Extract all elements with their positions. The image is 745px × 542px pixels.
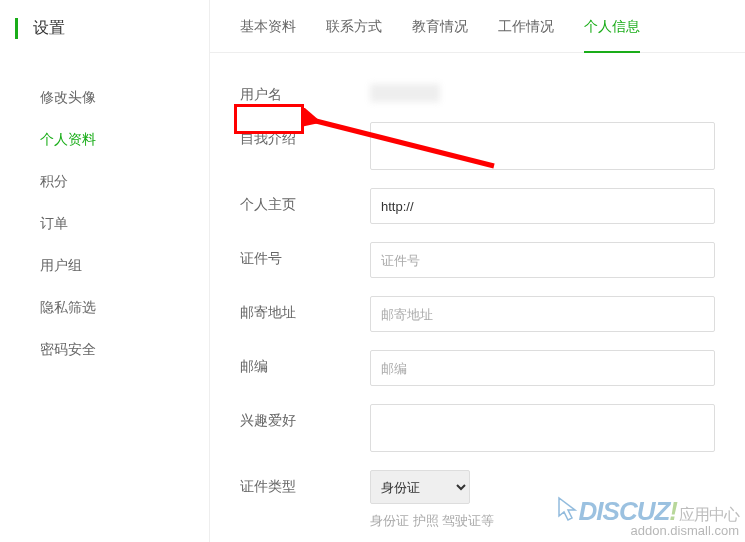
sidebar-item-avatar[interactable]: 修改头像 bbox=[0, 77, 209, 119]
tab-work[interactable]: 工作情况 bbox=[498, 18, 554, 52]
tab-basic[interactable]: 基本资料 bbox=[240, 18, 296, 52]
input-address[interactable] bbox=[370, 296, 715, 332]
sidebar-item-orders[interactable]: 订单 bbox=[0, 203, 209, 245]
input-zip[interactable] bbox=[370, 350, 715, 386]
select-idtype[interactable]: 身份证 bbox=[370, 470, 470, 504]
input-bio[interactable] bbox=[370, 122, 715, 170]
row-bio: 自我介绍 bbox=[240, 122, 715, 170]
label-zip: 邮编 bbox=[240, 350, 370, 376]
sidebar: 设置 修改头像 个人资料 积分 订单 用户组 隐私筛选 密码安全 bbox=[0, 0, 210, 542]
svg-marker-2 bbox=[559, 498, 575, 520]
sidebar-title: 设置 bbox=[33, 19, 65, 36]
label-address: 邮寄地址 bbox=[240, 296, 370, 322]
input-homepage[interactable] bbox=[370, 188, 715, 224]
sidebar-item-profile[interactable]: 个人资料 bbox=[0, 119, 209, 161]
label-idtype: 证件类型 bbox=[240, 470, 370, 496]
cursor-icon bbox=[555, 496, 581, 522]
row-username: 用户名 bbox=[240, 78, 715, 104]
idtype-hint: 身份证 护照 驾驶证等 bbox=[370, 512, 715, 530]
sidebar-item-password[interactable]: 密码安全 bbox=[0, 329, 209, 371]
sidebar-item-privacy[interactable]: 隐私筛选 bbox=[0, 287, 209, 329]
row-zip: 邮编 bbox=[240, 350, 715, 386]
sidebar-item-usergroup[interactable]: 用户组 bbox=[0, 245, 209, 287]
form: 用户名 自我介绍 个人主页 证件号 邮寄地址 邮编 bbox=[210, 53, 745, 542]
label-username: 用户名 bbox=[240, 78, 370, 104]
row-idnum: 证件号 bbox=[240, 242, 715, 278]
label-bio: 自我介绍 bbox=[240, 122, 370, 148]
row-homepage: 个人主页 bbox=[240, 188, 715, 224]
tabs: 基本资料 联系方式 教育情况 工作情况 个人信息 bbox=[210, 0, 745, 53]
row-hobby: 兴趣爱好 bbox=[240, 404, 715, 452]
input-hobby[interactable] bbox=[370, 404, 715, 452]
sidebar-nav: 修改头像 个人资料 积分 订单 用户组 隐私筛选 密码安全 bbox=[0, 57, 209, 371]
label-homepage: 个人主页 bbox=[240, 188, 370, 214]
label-idnum: 证件号 bbox=[240, 242, 370, 268]
sidebar-item-points[interactable]: 积分 bbox=[0, 161, 209, 203]
sidebar-header: 设置 bbox=[0, 0, 209, 57]
tab-contact[interactable]: 联系方式 bbox=[326, 18, 382, 52]
input-idnum[interactable] bbox=[370, 242, 715, 278]
tab-education[interactable]: 教育情况 bbox=[412, 18, 468, 52]
content: 基本资料 联系方式 教育情况 工作情况 个人信息 用户名 自我介绍 个人主页 证… bbox=[210, 0, 745, 542]
tab-personal[interactable]: 个人信息 bbox=[584, 18, 640, 52]
row-idtype: 证件类型 身份证 身份证 护照 驾驶证等 bbox=[240, 470, 715, 530]
label-hobby: 兴趣爱好 bbox=[240, 404, 370, 430]
row-address: 邮寄地址 bbox=[240, 296, 715, 332]
username-value-redacted bbox=[370, 84, 440, 102]
